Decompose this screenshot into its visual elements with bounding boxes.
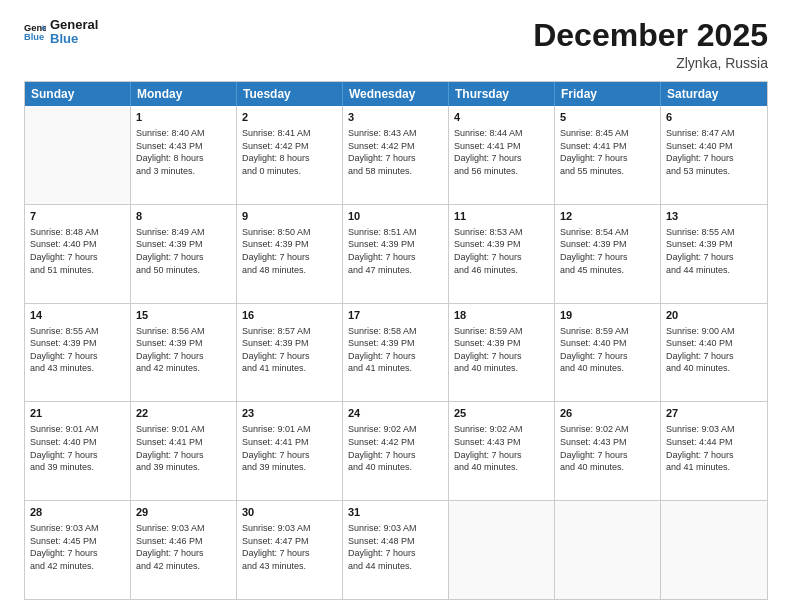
header-day-sunday: Sunday	[25, 82, 131, 106]
cal-row-3: 21Sunrise: 9:01 AM Sunset: 4:40 PM Dayli…	[25, 401, 767, 500]
day-number: 19	[560, 308, 655, 323]
day-number: 11	[454, 209, 549, 224]
logo-icon: General Blue	[24, 21, 46, 43]
cell-info: Sunrise: 9:02 AM Sunset: 4:43 PM Dayligh…	[560, 423, 655, 473]
cell-info: Sunrise: 8:53 AM Sunset: 4:39 PM Dayligh…	[454, 226, 549, 276]
cell-info: Sunrise: 8:48 AM Sunset: 4:40 PM Dayligh…	[30, 226, 125, 276]
cal-cell: 31Sunrise: 9:03 AM Sunset: 4:48 PM Dayli…	[343, 501, 449, 599]
svg-text:Blue: Blue	[24, 33, 44, 43]
day-number: 6	[666, 110, 762, 125]
cell-info: Sunrise: 9:01 AM Sunset: 4:41 PM Dayligh…	[136, 423, 231, 473]
cell-info: Sunrise: 8:49 AM Sunset: 4:39 PM Dayligh…	[136, 226, 231, 276]
cell-info: Sunrise: 9:03 AM Sunset: 4:45 PM Dayligh…	[30, 522, 125, 572]
cell-info: Sunrise: 9:03 AM Sunset: 4:48 PM Dayligh…	[348, 522, 443, 572]
day-number: 12	[560, 209, 655, 224]
header-day-monday: Monday	[131, 82, 237, 106]
cal-cell: 21Sunrise: 9:01 AM Sunset: 4:40 PM Dayli…	[25, 402, 131, 500]
cell-info: Sunrise: 8:59 AM Sunset: 4:39 PM Dayligh…	[454, 325, 549, 375]
cell-info: Sunrise: 8:44 AM Sunset: 4:41 PM Dayligh…	[454, 127, 549, 177]
day-number: 1	[136, 110, 231, 125]
day-number: 28	[30, 505, 125, 520]
day-number: 22	[136, 406, 231, 421]
day-number: 20	[666, 308, 762, 323]
calendar: SundayMondayTuesdayWednesdayThursdayFrid…	[24, 81, 768, 600]
cal-cell: 23Sunrise: 9:01 AM Sunset: 4:41 PM Dayli…	[237, 402, 343, 500]
cell-info: Sunrise: 9:02 AM Sunset: 4:42 PM Dayligh…	[348, 423, 443, 473]
cal-cell	[661, 501, 767, 599]
cal-cell: 15Sunrise: 8:56 AM Sunset: 4:39 PM Dayli…	[131, 304, 237, 402]
header: General Blue General Blue December 2025 …	[24, 18, 768, 71]
cell-info: Sunrise: 9:03 AM Sunset: 4:44 PM Dayligh…	[666, 423, 762, 473]
day-number: 15	[136, 308, 231, 323]
cal-cell	[555, 501, 661, 599]
logo: General Blue General Blue	[24, 18, 98, 47]
cell-info: Sunrise: 9:02 AM Sunset: 4:43 PM Dayligh…	[454, 423, 549, 473]
day-number: 5	[560, 110, 655, 125]
header-day-wednesday: Wednesday	[343, 82, 449, 106]
cell-info: Sunrise: 8:40 AM Sunset: 4:43 PM Dayligh…	[136, 127, 231, 177]
cal-cell: 8Sunrise: 8:49 AM Sunset: 4:39 PM Daylig…	[131, 205, 237, 303]
day-number: 26	[560, 406, 655, 421]
cell-info: Sunrise: 9:00 AM Sunset: 4:40 PM Dayligh…	[666, 325, 762, 375]
cal-row-0: 1Sunrise: 8:40 AM Sunset: 4:43 PM Daylig…	[25, 106, 767, 204]
cell-info: Sunrise: 9:03 AM Sunset: 4:46 PM Dayligh…	[136, 522, 231, 572]
day-number: 29	[136, 505, 231, 520]
cal-cell: 18Sunrise: 8:59 AM Sunset: 4:39 PM Dayli…	[449, 304, 555, 402]
cell-info: Sunrise: 8:45 AM Sunset: 4:41 PM Dayligh…	[560, 127, 655, 177]
cell-info: Sunrise: 8:50 AM Sunset: 4:39 PM Dayligh…	[242, 226, 337, 276]
calendar-header: SundayMondayTuesdayWednesdayThursdayFrid…	[25, 82, 767, 106]
day-number: 31	[348, 505, 443, 520]
cal-cell: 20Sunrise: 9:00 AM Sunset: 4:40 PM Dayli…	[661, 304, 767, 402]
day-number: 21	[30, 406, 125, 421]
day-number: 17	[348, 308, 443, 323]
day-number: 4	[454, 110, 549, 125]
cal-cell: 13Sunrise: 8:55 AM Sunset: 4:39 PM Dayli…	[661, 205, 767, 303]
logo-line1: General	[50, 18, 98, 32]
cal-cell: 27Sunrise: 9:03 AM Sunset: 4:44 PM Dayli…	[661, 402, 767, 500]
cell-info: Sunrise: 9:01 AM Sunset: 4:41 PM Dayligh…	[242, 423, 337, 473]
cal-cell: 6Sunrise: 8:47 AM Sunset: 4:40 PM Daylig…	[661, 106, 767, 204]
day-number: 7	[30, 209, 125, 224]
day-number: 24	[348, 406, 443, 421]
cal-cell: 22Sunrise: 9:01 AM Sunset: 4:41 PM Dayli…	[131, 402, 237, 500]
cal-cell: 5Sunrise: 8:45 AM Sunset: 4:41 PM Daylig…	[555, 106, 661, 204]
cal-cell	[25, 106, 131, 204]
month-title: December 2025	[533, 18, 768, 53]
cal-cell: 28Sunrise: 9:03 AM Sunset: 4:45 PM Dayli…	[25, 501, 131, 599]
cal-row-2: 14Sunrise: 8:55 AM Sunset: 4:39 PM Dayli…	[25, 303, 767, 402]
cell-info: Sunrise: 8:41 AM Sunset: 4:42 PM Dayligh…	[242, 127, 337, 177]
cal-cell: 26Sunrise: 9:02 AM Sunset: 4:43 PM Dayli…	[555, 402, 661, 500]
cal-cell: 14Sunrise: 8:55 AM Sunset: 4:39 PM Dayli…	[25, 304, 131, 402]
cal-cell: 7Sunrise: 8:48 AM Sunset: 4:40 PM Daylig…	[25, 205, 131, 303]
calendar-body: 1Sunrise: 8:40 AM Sunset: 4:43 PM Daylig…	[25, 106, 767, 599]
cell-info: Sunrise: 8:55 AM Sunset: 4:39 PM Dayligh…	[30, 325, 125, 375]
cell-info: Sunrise: 8:51 AM Sunset: 4:39 PM Dayligh…	[348, 226, 443, 276]
cal-row-4: 28Sunrise: 9:03 AM Sunset: 4:45 PM Dayli…	[25, 500, 767, 599]
header-day-saturday: Saturday	[661, 82, 767, 106]
cal-row-1: 7Sunrise: 8:48 AM Sunset: 4:40 PM Daylig…	[25, 204, 767, 303]
cal-cell: 10Sunrise: 8:51 AM Sunset: 4:39 PM Dayli…	[343, 205, 449, 303]
day-number: 13	[666, 209, 762, 224]
day-number: 18	[454, 308, 549, 323]
day-number: 14	[30, 308, 125, 323]
day-number: 30	[242, 505, 337, 520]
cal-cell: 19Sunrise: 8:59 AM Sunset: 4:40 PM Dayli…	[555, 304, 661, 402]
cal-cell: 1Sunrise: 8:40 AM Sunset: 4:43 PM Daylig…	[131, 106, 237, 204]
cal-cell: 2Sunrise: 8:41 AM Sunset: 4:42 PM Daylig…	[237, 106, 343, 204]
header-day-tuesday: Tuesday	[237, 82, 343, 106]
cell-info: Sunrise: 8:57 AM Sunset: 4:39 PM Dayligh…	[242, 325, 337, 375]
day-number: 8	[136, 209, 231, 224]
cal-cell: 17Sunrise: 8:58 AM Sunset: 4:39 PM Dayli…	[343, 304, 449, 402]
page: General Blue General Blue December 2025 …	[0, 0, 792, 612]
cell-info: Sunrise: 8:59 AM Sunset: 4:40 PM Dayligh…	[560, 325, 655, 375]
day-number: 27	[666, 406, 762, 421]
day-number: 16	[242, 308, 337, 323]
header-day-friday: Friday	[555, 82, 661, 106]
day-number: 25	[454, 406, 549, 421]
day-number: 23	[242, 406, 337, 421]
cal-cell: 12Sunrise: 8:54 AM Sunset: 4:39 PM Dayli…	[555, 205, 661, 303]
cal-cell: 30Sunrise: 9:03 AM Sunset: 4:47 PM Dayli…	[237, 501, 343, 599]
cal-cell: 16Sunrise: 8:57 AM Sunset: 4:39 PM Dayli…	[237, 304, 343, 402]
cal-cell: 25Sunrise: 9:02 AM Sunset: 4:43 PM Dayli…	[449, 402, 555, 500]
day-number: 3	[348, 110, 443, 125]
